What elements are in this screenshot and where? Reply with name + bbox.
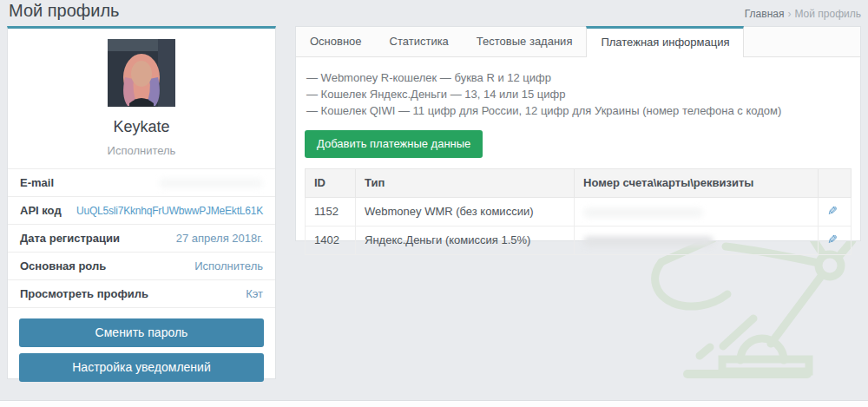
- header-id: ID: [306, 169, 356, 198]
- note-qiwi: — Кошелек QIWI — 11 цифр для России, 12 …: [306, 102, 852, 119]
- notification-settings-button[interactable]: Настройка уведомлений: [19, 353, 264, 382]
- header-type: Тип: [356, 169, 575, 198]
- add-payment-data-button[interactable]: Добавить платежные данные: [305, 130, 483, 158]
- cell-actions: ✎: [819, 198, 852, 226]
- field-row-main-role: Основная роль Исполнитель: [8, 252, 275, 279]
- breadcrumb: Главная›Мой профиль: [745, 8, 861, 20]
- table-row: 1402 Яндекс.Деньги (комиссия 1.5%) ✎: [306, 226, 852, 255]
- page-title: Мой профиль: [9, 1, 120, 21]
- note-yandex-money: — Кошелек Яндекс.Деньги — 13, 14 или 15 …: [306, 86, 852, 102]
- cell-type: Webmoney WMR (без комиссии): [356, 198, 575, 226]
- header-actions: [819, 169, 852, 198]
- tab-payment-info[interactable]: Платежная информация: [586, 26, 744, 57]
- footer-strip: [0, 400, 868, 407]
- tab-test-tasks[interactable]: Тестовые задания: [463, 27, 587, 56]
- payment-panel: Основное Статистика Тестовые задания Пла…: [295, 26, 861, 241]
- view-profile-link[interactable]: Кэт: [246, 287, 263, 300]
- wallet-format-notes: — Webmoney R-кошелек — буква R и 12 цифр…: [305, 69, 852, 119]
- field-row-view-profile: Просмотреть профиль Кэт: [8, 279, 275, 307]
- profile-name: Keykate: [8, 118, 275, 136]
- main-role-label: Основная роль: [20, 259, 106, 272]
- edit-pencil-icon[interactable]: ✎: [827, 233, 838, 246]
- main-role-value: Исполнитель: [194, 259, 263, 272]
- avatar: [108, 39, 175, 107]
- field-row-email: E-mail: [8, 168, 275, 196]
- masked-account-number: [583, 207, 703, 218]
- registration-date-value: 27 апреля 2018г.: [176, 232, 263, 245]
- table-header-row: ID Тип Номер счета\карты\реквизиты: [306, 169, 852, 198]
- payment-tab-content: — Webmoney R-кошелек — буква R и 12 цифр…: [296, 57, 860, 255]
- breadcrumb-current: Мой профиль: [794, 8, 861, 20]
- api-key-value: UuQL5sli7KknhqFrUWbwwPJMeEktL61K: [76, 205, 263, 217]
- edit-pencil-icon[interactable]: ✎: [827, 205, 838, 217]
- breadcrumb-home-link[interactable]: Главная: [745, 8, 785, 20]
- profile-card: Keykate Исполнитель E-mail API код UuQL5…: [7, 26, 276, 379]
- registration-date-label: Дата регистрации: [20, 232, 120, 245]
- profile-buttons: Сменить пароль Настройка уведомлений: [8, 307, 275, 382]
- cell-id: 1152: [306, 198, 356, 226]
- breadcrumb-separator: ›: [787, 8, 791, 20]
- email-label: E-mail: [20, 176, 54, 189]
- masked-account-number: [583, 236, 713, 246]
- note-webmoney: — Webmoney R-кошелек — буква R и 12 цифр: [306, 69, 852, 86]
- cell-type: Яндекс.Деньги (комиссия 1.5%): [356, 226, 575, 255]
- view-profile-label: Просмотреть профиль: [20, 287, 148, 300]
- tab-statistics[interactable]: Статистика: [376, 27, 463, 56]
- email-value-masked: [159, 178, 263, 188]
- change-password-button[interactable]: Сменить пароль: [19, 318, 264, 347]
- cell-id: 1402: [306, 226, 356, 255]
- payment-methods-table: ID Тип Номер счета\карты\реквизиты 1152 …: [305, 168, 852, 255]
- profile-role: Исполнитель: [8, 144, 275, 157]
- field-row-registration-date: Дата регистрации 27 апреля 2018г.: [8, 224, 275, 252]
- avatar-wrap: [8, 39, 275, 110]
- tab-main[interactable]: Основное: [296, 27, 376, 56]
- api-key-label: API код: [20, 204, 62, 217]
- cell-account-number: [575, 198, 819, 226]
- field-row-api-key: API код UuQL5sli7KknhqFrUWbwwPJMeEktL61K: [8, 196, 275, 224]
- cell-actions: ✎: [819, 226, 852, 255]
- tab-bar: Основное Статистика Тестовые задания Пла…: [296, 27, 860, 57]
- cell-account-number: [575, 226, 819, 255]
- header-account-number: Номер счета\карты\реквизиты: [575, 169, 819, 198]
- table-row: 1152 Webmoney WMR (без комиссии) ✎: [306, 198, 852, 226]
